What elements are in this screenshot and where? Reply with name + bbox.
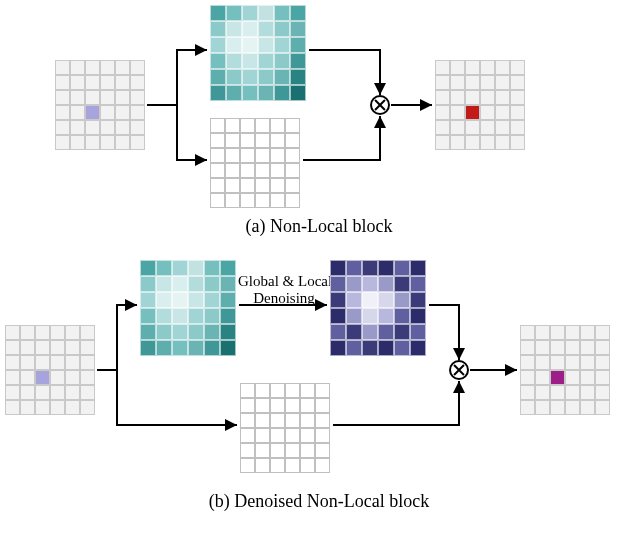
grid-cell xyxy=(300,428,315,443)
grid-cell xyxy=(242,69,258,85)
grid-cell xyxy=(55,135,70,150)
grid-cell xyxy=(240,178,255,193)
grid-cell xyxy=(220,292,236,308)
grid-cell xyxy=(410,260,426,276)
grid-cell xyxy=(565,370,580,385)
grid-cell xyxy=(465,75,480,90)
grid-cell xyxy=(220,260,236,276)
grid-cell xyxy=(255,148,270,163)
grid-cell xyxy=(270,413,285,428)
grid-cell xyxy=(520,385,535,400)
grid-cell xyxy=(550,340,565,355)
grid-cell xyxy=(394,292,410,308)
grid-cell xyxy=(535,325,550,340)
grid-cell xyxy=(210,133,225,148)
grid-cell xyxy=(240,133,255,148)
grid-cell xyxy=(410,340,426,356)
grid-cell xyxy=(330,308,346,324)
grid-cell xyxy=(565,355,580,370)
grid-cell xyxy=(346,276,362,292)
grid-cell xyxy=(285,458,300,473)
panel-a-canvas xyxy=(0,0,638,210)
grid-cell xyxy=(535,400,550,415)
grid-cell xyxy=(204,260,220,276)
grid-cell xyxy=(330,276,346,292)
grid-cell xyxy=(20,385,35,400)
grid-cell xyxy=(242,5,258,21)
grid-cell xyxy=(5,385,20,400)
grid-cell xyxy=(210,53,226,69)
grid-cell xyxy=(100,60,115,75)
grid-cell xyxy=(130,135,145,150)
grid-cell xyxy=(270,383,285,398)
grid-cell xyxy=(100,75,115,90)
grid-cell xyxy=(172,308,188,324)
grid-cell xyxy=(270,148,285,163)
grid-cell xyxy=(410,276,426,292)
grid-cell xyxy=(315,398,330,413)
grid-cell xyxy=(35,340,50,355)
grid-cell xyxy=(550,385,565,400)
grid-cell xyxy=(140,324,156,340)
panel-a: (a) Non-Local block xyxy=(0,0,638,237)
grid-cell xyxy=(156,292,172,308)
grid-cell xyxy=(565,400,580,415)
grid-cell xyxy=(378,324,394,340)
grid-cell xyxy=(362,340,378,356)
grid-cell xyxy=(258,85,274,101)
grid-cell xyxy=(210,37,226,53)
grid-cell xyxy=(255,428,270,443)
input-feature-map xyxy=(5,325,95,415)
grid-cell xyxy=(55,75,70,90)
grid-cell xyxy=(465,105,480,120)
grid-cell xyxy=(156,260,172,276)
grid-cell xyxy=(50,325,65,340)
grid-cell xyxy=(156,324,172,340)
grid-cell xyxy=(450,105,465,120)
grid-cell xyxy=(362,260,378,276)
grid-cell xyxy=(285,413,300,428)
grid-cell xyxy=(220,324,236,340)
grid-cell xyxy=(226,5,242,21)
grid-cell xyxy=(378,340,394,356)
grid-cell xyxy=(130,60,145,75)
grid-cell xyxy=(520,400,535,415)
panel-b-caption: (b) Denoised Non-Local block xyxy=(0,491,638,512)
grid-cell xyxy=(85,60,100,75)
grid-cell xyxy=(346,324,362,340)
grid-cell xyxy=(580,400,595,415)
grid-cell xyxy=(85,75,100,90)
grid-cell xyxy=(394,308,410,324)
grid-cell xyxy=(5,400,20,415)
grid-cell xyxy=(450,75,465,90)
grid-cell xyxy=(115,135,130,150)
grid-cell xyxy=(480,105,495,120)
grid-cell xyxy=(172,292,188,308)
grid-cell xyxy=(510,60,525,75)
grid-cell xyxy=(580,385,595,400)
grid-cell xyxy=(285,398,300,413)
grid-cell xyxy=(20,370,35,385)
grid-cell xyxy=(188,292,204,308)
grid-cell xyxy=(225,133,240,148)
grid-cell xyxy=(35,370,50,385)
grid-cell xyxy=(50,340,65,355)
grid-cell xyxy=(285,133,300,148)
grid-cell xyxy=(274,85,290,101)
grid-cell xyxy=(258,53,274,69)
grid-cell xyxy=(346,340,362,356)
grid-cell xyxy=(480,120,495,135)
grid-cell xyxy=(156,308,172,324)
grid-cell xyxy=(140,340,156,356)
grid-cell xyxy=(595,340,610,355)
grid-cell xyxy=(50,385,65,400)
grid-cell xyxy=(362,276,378,292)
grid-cell xyxy=(300,458,315,473)
grid-cell xyxy=(394,260,410,276)
grid-cell xyxy=(70,60,85,75)
grid-cell xyxy=(242,21,258,37)
grid-cell xyxy=(85,120,100,135)
grid-cell xyxy=(258,37,274,53)
multiply-icon xyxy=(370,95,390,115)
output-feature-map xyxy=(435,60,525,150)
